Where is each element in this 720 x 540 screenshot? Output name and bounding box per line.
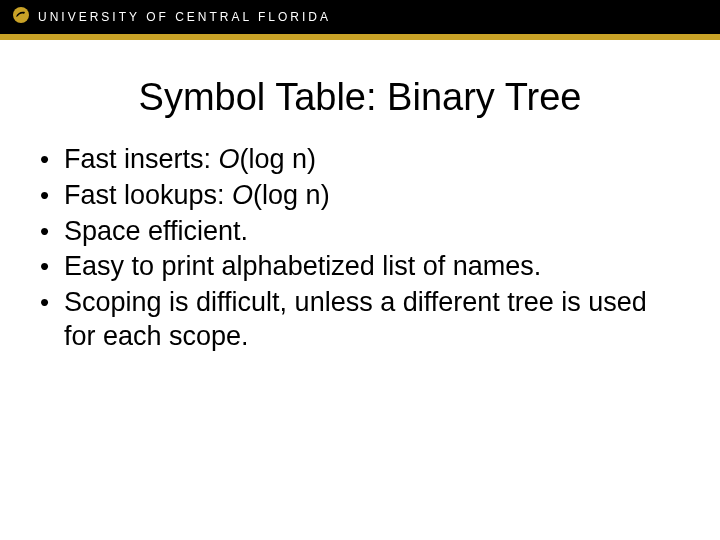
bullet-text: Fast inserts:: [64, 144, 219, 174]
bullet-text: Space efficient.: [64, 216, 248, 246]
bullet-text: Scoping is difficult, unless a different…: [64, 287, 647, 351]
list-item: Fast inserts: O(log n): [34, 143, 680, 177]
bullet-text: Fast lookups:: [64, 180, 232, 210]
list-item: Fast lookups: O(log n): [34, 179, 680, 213]
big-o-italic: O: [219, 144, 240, 174]
svg-point-0: [13, 7, 29, 23]
slide-title: Symbol Table: Binary Tree: [0, 76, 720, 119]
pegasus-icon: [12, 6, 30, 28]
list-item: Space efficient.: [34, 215, 680, 249]
complexity-text: (log n): [240, 144, 317, 174]
big-o-italic: O: [232, 180, 253, 210]
list-item: Scoping is difficult, unless a different…: [34, 286, 680, 354]
institution-logo: UNIVERSITY OF CENTRAL FLORIDA: [12, 6, 331, 28]
slide-body: Fast inserts: O(log n) Fast lookups: O(l…: [0, 143, 720, 354]
bullet-list: Fast inserts: O(log n) Fast lookups: O(l…: [34, 143, 680, 354]
complexity-text: (log n): [253, 180, 330, 210]
institution-name: UNIVERSITY OF CENTRAL FLORIDA: [38, 10, 331, 24]
header-bar: UNIVERSITY OF CENTRAL FLORIDA: [0, 0, 720, 34]
accent-strip: [0, 34, 720, 40]
list-item: Easy to print alphabetized list of names…: [34, 250, 680, 284]
bullet-text: Easy to print alphabetized list of names…: [64, 251, 541, 281]
